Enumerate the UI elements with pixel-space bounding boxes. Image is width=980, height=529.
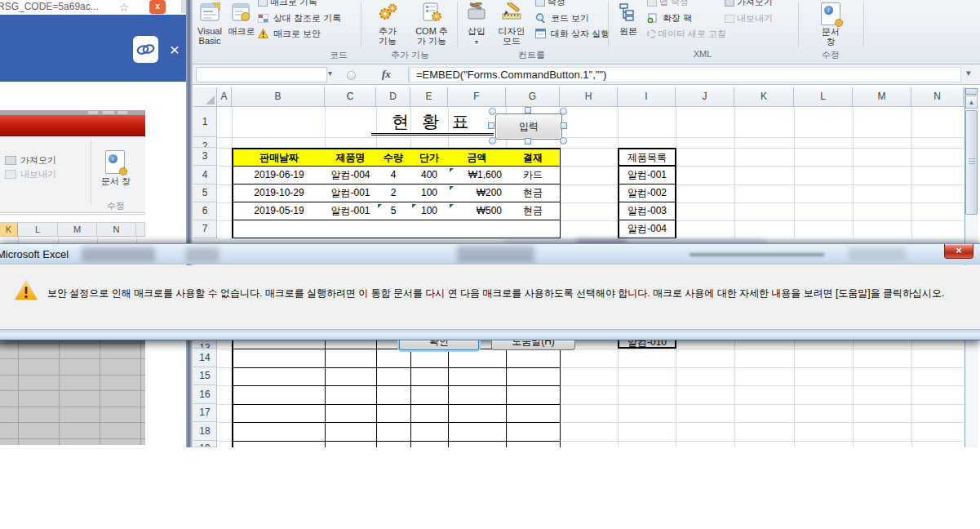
row-header-13[interactable]: 13 bbox=[193, 340, 217, 349]
row-header-19[interactable]: 19 bbox=[193, 441, 217, 447]
browser-tab-title[interactable]: RSG_CODE=5a69ac... bbox=[0, 1, 117, 14]
column-header-b[interactable]: B bbox=[232, 87, 325, 107]
selection-handle[interactable] bbox=[525, 107, 531, 113]
table-cell[interactable]: 100 bbox=[410, 184, 449, 202]
xml-source-button[interactable]: 원본 bbox=[613, 1, 644, 48]
column-header-a[interactable]: A bbox=[217, 87, 232, 107]
table-cell[interactable] bbox=[232, 220, 326, 238]
product-list-header[interactable]: 제품목록 bbox=[618, 148, 676, 167]
row-header-4[interactable]: 4 bbox=[193, 166, 217, 184]
macro-security-button[interactable]: 매크로 보안 bbox=[258, 28, 321, 42]
table-header-cell[interactable]: 금액 bbox=[448, 148, 507, 167]
column-header-d[interactable]: D bbox=[376, 87, 410, 107]
properties-button[interactable]: 속성 bbox=[535, 0, 565, 10]
bg-import-button[interactable]: 가져오기 bbox=[20, 154, 56, 167]
table-header-cell[interactable]: 결재 bbox=[506, 148, 561, 167]
table-cell[interactable]: ₩200 bbox=[448, 184, 507, 202]
selection-handle[interactable] bbox=[488, 122, 494, 129]
table-cell[interactable]: 400 bbox=[410, 167, 449, 184]
product-list-item[interactable]: 알컴-001 bbox=[618, 167, 676, 184]
column-header-m[interactable]: M bbox=[853, 87, 911, 107]
row-header-14[interactable]: 14 bbox=[193, 349, 217, 367]
table-cell[interactable]: 2019-06-19 bbox=[232, 167, 326, 184]
input-command-button[interactable]: 입력 bbox=[495, 113, 562, 140]
row-header-1[interactable]: 1 bbox=[193, 107, 217, 137]
table-header-cell[interactable]: 수량 bbox=[376, 148, 411, 167]
table-cell[interactable]: 현금 bbox=[506, 184, 561, 202]
document-panel-icon[interactable]: i bbox=[105, 150, 125, 174]
column-header-e[interactable]: E bbox=[410, 87, 448, 107]
product-list-item-partial[interactable]: 알컴-010 bbox=[618, 340, 676, 349]
row-header-17[interactable]: 17 bbox=[193, 404, 217, 422]
row-header-5[interactable]: 5 bbox=[193, 184, 217, 202]
table-cell[interactable] bbox=[448, 220, 507, 238]
column-header-i[interactable]: I bbox=[618, 87, 676, 107]
column-header-j[interactable]: J bbox=[676, 87, 734, 107]
view-code-button[interactable]: 코드 보기 bbox=[535, 12, 589, 26]
table-cell[interactable]: ₩1,600 bbox=[448, 167, 507, 184]
table-cell[interactable]: ₩500 bbox=[448, 202, 507, 220]
selection-handle[interactable] bbox=[560, 137, 567, 144]
table-header-cell[interactable]: 제품명 bbox=[325, 148, 377, 167]
table-cell[interactable] bbox=[506, 220, 561, 238]
name-box-dropdown-icon[interactable]: ▾ bbox=[328, 69, 332, 78]
table-cell[interactable]: 2019-05-19 bbox=[232, 202, 326, 220]
add-ins-button[interactable]: 추가 기능 bbox=[367, 1, 408, 48]
table-cell[interactable]: 알컴-004 bbox=[325, 167, 377, 184]
scrollbar-thumb[interactable] bbox=[965, 110, 978, 215]
table-cell[interactable]: 4 bbox=[376, 167, 411, 184]
insert-control-button[interactable]: 삽입 ▾ bbox=[462, 1, 491, 48]
xml-import-button[interactable]: 가져오기 bbox=[725, 0, 773, 10]
product-list-item[interactable]: 알컴-004 bbox=[618, 220, 676, 238]
row-header-16[interactable]: 16 bbox=[193, 385, 217, 404]
row-header-7[interactable]: 7 bbox=[193, 220, 217, 238]
relative-reference-button[interactable]: 상대 참조로 기록 bbox=[258, 12, 341, 26]
selection-handle[interactable] bbox=[561, 122, 567, 129]
table-cell[interactable]: 2 bbox=[376, 184, 411, 202]
product-list-item[interactable]: 알컴-003 bbox=[618, 202, 676, 220]
column-header-g[interactable]: G bbox=[506, 87, 560, 107]
dialog-titlebar[interactable]: Microsoft Excel × bbox=[0, 243, 980, 264]
table-cell[interactable]: 100 bbox=[410, 202, 449, 220]
table-cell[interactable]: 알컴-001 bbox=[325, 202, 377, 220]
product-list-item[interactable]: 알컴-002 bbox=[618, 184, 676, 202]
row-header-6[interactable]: 6 bbox=[193, 202, 217, 220]
column-header-n[interactable]: N bbox=[911, 87, 964, 107]
formula-bar-handle[interactable] bbox=[347, 71, 356, 80]
design-mode-button[interactable]: 디자인 모드 bbox=[493, 1, 530, 48]
table-cell[interactable]: 2019-10-29 bbox=[232, 184, 326, 202]
browser-extension-icon[interactable]: x bbox=[149, 0, 166, 14]
table-cell[interactable]: 카드 bbox=[506, 167, 561, 184]
selection-handle[interactable] bbox=[560, 108, 567, 115]
table-cell[interactable]: 현금 bbox=[506, 202, 561, 220]
row-header-18[interactable]: 18 bbox=[193, 422, 217, 441]
dialog-close-button[interactable]: × bbox=[944, 244, 973, 259]
bg-column-header-k[interactable]: K bbox=[0, 223, 18, 237]
macros-button[interactable]: 매크로 bbox=[227, 1, 256, 48]
banner-close-icon[interactable]: × bbox=[165, 40, 184, 60]
column-header-h[interactable]: H bbox=[560, 87, 618, 107]
column-header-l[interactable]: L bbox=[794, 87, 853, 107]
expansion-packs-button[interactable]: 확장 팩 bbox=[647, 12, 692, 26]
table-cell[interactable] bbox=[376, 220, 411, 238]
com-add-ins-button[interactable]: COM 추가 기능 bbox=[408, 1, 455, 48]
bg-doc-panel-button[interactable]: 문서 창 bbox=[96, 176, 135, 187]
name-box[interactable] bbox=[196, 67, 327, 82]
column-header-k[interactable]: K bbox=[734, 87, 794, 107]
formula-bar-expand-icon[interactable]: ▾ bbox=[966, 68, 971, 78]
select-all-corner[interactable] bbox=[193, 87, 217, 107]
table-cell[interactable]: 알컴-001 bbox=[325, 184, 377, 202]
column-header-c[interactable]: C bbox=[325, 87, 376, 107]
table-cell[interactable] bbox=[410, 220, 449, 238]
row-header-2[interactable]: 2 bbox=[193, 137, 217, 148]
visual-basic-button[interactable]: Visual Basic bbox=[194, 1, 225, 48]
scroll-up-icon[interactable]: ▲ bbox=[965, 96, 978, 109]
bg-column-header-l[interactable]: L bbox=[18, 223, 58, 237]
table-header-cell[interactable]: 판매날짜 bbox=[232, 148, 326, 167]
record-macro-button[interactable]: 매크로 기록 bbox=[258, 0, 317, 10]
run-dialog-button[interactable]: 대화 상자 실행 bbox=[535, 28, 610, 42]
row-header-3[interactable]: 3 bbox=[193, 148, 217, 166]
banner-logo[interactable] bbox=[133, 36, 158, 63]
column-header-f[interactable]: F bbox=[448, 87, 506, 107]
selection-handle[interactable] bbox=[489, 108, 496, 115]
